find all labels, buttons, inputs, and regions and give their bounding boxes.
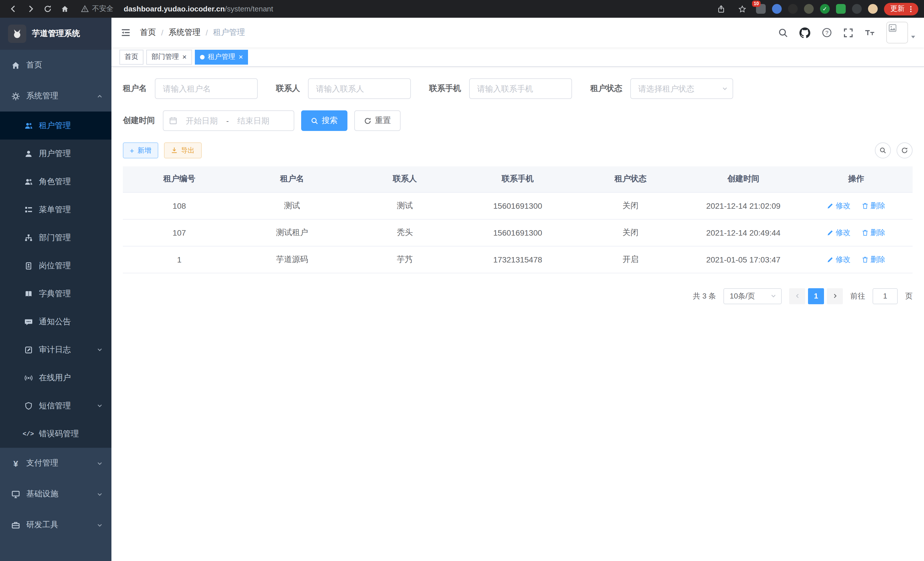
edit-link[interactable]: 修改 <box>827 227 850 238</box>
sidebar-item-label: 在线用户 <box>39 373 71 383</box>
sidebar-item-dept[interactable]: 部门管理 <box>0 224 111 252</box>
forward-button[interactable] <box>23 2 38 16</box>
sidebar-item-label: 角色管理 <box>39 176 71 187</box>
sidebar-collapse-button[interactable] <box>111 28 140 37</box>
column-header[interactable]: 租户状态 <box>574 166 687 192</box>
back-button[interactable] <box>6 2 21 16</box>
date-start-input[interactable] <box>180 116 224 125</box>
filter-row-1: 租户名 联系人 联系手机 租户状态 <box>123 78 913 99</box>
tenant-name-input[interactable] <box>155 78 258 99</box>
book-icon <box>24 289 33 298</box>
sidebar-item-notice[interactable]: 通知公告 <box>0 308 111 336</box>
edit-link[interactable]: 修改 <box>827 200 850 211</box>
close-icon[interactable]: × <box>182 53 187 61</box>
sidebar-item-post[interactable]: 岗位管理 <box>0 252 111 280</box>
help-button[interactable]: ? <box>822 27 832 38</box>
delete-link[interactable]: 删除 <box>862 254 885 265</box>
extension-icon[interactable] <box>836 4 846 14</box>
extension-icon[interactable]: ✓ <box>820 4 830 14</box>
table-toolbar: + 新增 导出 <box>123 142 913 158</box>
tab-tenant[interactable]: 租户管理 × <box>195 50 248 64</box>
current-page-button[interactable]: 1 <box>808 288 824 304</box>
bookmark-button[interactable] <box>735 2 750 16</box>
extension-icon[interactable] <box>788 4 798 14</box>
sidebar-item-system[interactable]: 系统管理 <box>0 81 111 111</box>
column-header[interactable]: 联系手机 <box>461 166 574 192</box>
refresh-table-button[interactable] <box>897 142 913 158</box>
sidebar-item-payment[interactable]: ¥ 支付管理 <box>0 448 111 479</box>
security-indicator[interactable]: 不安全 <box>81 4 113 14</box>
toggle-search-button[interactable] <box>875 142 891 158</box>
reload-button[interactable] <box>40 2 55 16</box>
phone-input[interactable] <box>469 78 572 99</box>
close-icon[interactable]: × <box>238 53 243 61</box>
sidebar-item-online-users[interactable]: 在线用户 <box>0 364 111 392</box>
column-header[interactable]: 操作 <box>800 166 913 192</box>
sidebar-item-sms[interactable]: 短信管理 <box>0 392 111 420</box>
fullscreen-button[interactable] <box>843 28 853 38</box>
export-button[interactable]: 导出 <box>164 142 201 158</box>
cell-tenant-name: 测试 <box>236 192 349 219</box>
delete-label: 删除 <box>870 200 885 211</box>
column-header[interactable]: 租户编号 <box>123 166 236 192</box>
table-row[interactable]: 1 芋道源码 芋艿 17321315478 开启 2021-01-05 17:0… <box>123 246 913 273</box>
reset-button[interactable]: 重置 <box>354 110 400 131</box>
code-icon: </> <box>24 429 33 438</box>
sidebar-item-dev-tools[interactable]: 研发工具 <box>0 510 111 540</box>
column-header[interactable]: 创建时间 <box>687 166 800 192</box>
user-menu[interactable] <box>886 22 916 44</box>
page-size-select[interactable]: 10条/页 <box>723 288 782 304</box>
tab-label: 首页 <box>124 52 138 62</box>
sidebar-item-home[interactable]: 首页 <box>0 50 111 81</box>
breadcrumb-item-home[interactable]: 首页 <box>140 27 156 38</box>
table-row[interactable]: 107 测试租户 秃头 15601691300 关闭 2021-12-14 20… <box>123 219 913 246</box>
goto-page-input[interactable] <box>873 288 898 304</box>
breadcrumb-item-system[interactable]: 系统管理 <box>169 27 201 38</box>
tab-home[interactable]: 首页 <box>119 50 143 64</box>
sidebar-item-menu[interactable]: 菜单管理 <box>0 196 111 224</box>
date-end-input[interactable] <box>232 116 275 125</box>
cell-actions: 修改 删除 <box>800 246 913 273</box>
github-link[interactable] <box>800 27 810 38</box>
sidebar-logo[interactable]: 芋道管理系统 <box>0 18 111 50</box>
extension-icon[interactable]: 10 <box>756 4 766 14</box>
extension-icon[interactable] <box>772 4 782 14</box>
extension-icon[interactable] <box>868 4 878 14</box>
date-range-picker[interactable]: - <box>163 110 294 131</box>
delete-link[interactable]: 删除 <box>862 227 885 238</box>
column-header[interactable]: 租户名 <box>236 166 349 192</box>
home-button[interactable] <box>57 2 72 16</box>
font-size-button[interactable] <box>865 28 875 37</box>
extension-icon[interactable] <box>804 4 814 14</box>
delete-link[interactable]: 删除 <box>862 200 885 211</box>
table-row[interactable]: 108 测试 测试 15601691300 关闭 2021-12-14 21:0… <box>123 192 913 219</box>
tags-view: 首页 部门管理 × 租户管理 × <box>111 47 924 67</box>
prev-page-button[interactable] <box>789 288 805 304</box>
edit-link[interactable]: 修改 <box>827 254 850 265</box>
status-select[interactable] <box>630 78 733 99</box>
extension-icon[interactable] <box>852 4 862 14</box>
tree-list-icon <box>24 205 33 214</box>
sidebar-item-user[interactable]: 用户管理 <box>0 140 111 168</box>
sidebar-item-role[interactable]: 角色管理 <box>0 168 111 196</box>
search-button[interactable]: 搜索 <box>301 110 347 131</box>
header-search-button[interactable] <box>778 28 788 38</box>
add-button[interactable]: + 新增 <box>123 142 158 158</box>
breadcrumb-separator: / <box>161 28 164 37</box>
sidebar-item-dict[interactable]: 字典管理 <box>0 280 111 308</box>
search-icon <box>879 147 886 154</box>
tab-dept[interactable]: 部门管理 × <box>146 50 192 64</box>
org-tree-icon <box>24 233 33 242</box>
sidebar-item-error-code[interactable]: </> 错误码管理 <box>0 420 111 448</box>
chevron-down-icon <box>97 491 103 497</box>
sidebar-item-audit-log[interactable]: 审计日志 <box>0 336 111 364</box>
browser-update-button[interactable]: 更新 <box>884 3 918 15</box>
contact-input[interactable] <box>308 78 411 99</box>
next-page-button[interactable] <box>827 288 843 304</box>
column-header[interactable]: 联系人 <box>349 166 461 192</box>
sidebar-item-label: 基础设施 <box>26 489 58 499</box>
share-button[interactable] <box>714 2 729 16</box>
sidebar-item-infrastructure[interactable]: 基础设施 <box>0 479 111 510</box>
address-bar[interactable]: dashboard.yudao.iocoder.cn/system/tenant <box>124 5 273 13</box>
sidebar-item-tenant[interactable]: 租户管理 <box>0 111 111 140</box>
